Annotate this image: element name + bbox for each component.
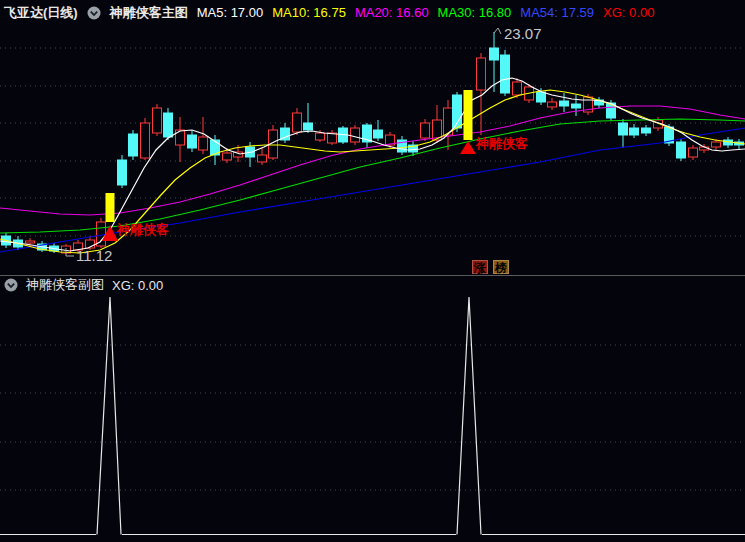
candle-body — [223, 153, 232, 160]
candle-body — [97, 222, 106, 246]
low-price-label: 11.12 — [76, 248, 112, 263]
main-chart-header: 飞亚达(日线) 神雕侠客主图 MA5: 17.00MA10: 16.75MA20… — [0, 0, 745, 25]
ma-value-ma10: MA10: 16.75 — [272, 5, 346, 20]
sub-indicator-name: 神雕侠客副图 — [26, 276, 104, 294]
xg-spike — [457, 297, 481, 535]
candle-body — [712, 142, 721, 147]
sub-indicator-value: XG: 0.00 — [112, 278, 163, 293]
candle-body — [689, 148, 698, 157]
candle-body — [630, 128, 639, 135]
candle-body — [351, 128, 360, 142]
signal-highlight-bar — [106, 193, 115, 222]
candle-body — [164, 113, 173, 137]
xg-spike — [97, 297, 121, 535]
candle-body — [548, 102, 557, 107]
candle-body — [501, 55, 510, 93]
candle-body — [560, 101, 569, 106]
candle-body — [572, 104, 581, 108]
ma-value-ma30: MA30: 16.80 — [438, 5, 512, 20]
ma-value-xg: XG: 0.00 — [603, 5, 654, 20]
candle-body — [293, 113, 302, 132]
candle-body — [153, 108, 162, 133]
buy-signal-label: 神雕侠客 — [117, 223, 169, 236]
ma-value-ma54: MA54: 17.59 — [520, 5, 594, 20]
candle-body — [421, 123, 430, 138]
rank-badge-榜[interactable]: 榜 — [493, 260, 509, 274]
rank-badge-涨[interactable]: 涨 — [472, 260, 488, 274]
signal-highlight-bar — [464, 90, 473, 140]
peak-price-label: 23.07 — [504, 26, 542, 41]
sub-chart-header: 神雕侠客副图 XG: 0.00 — [0, 276, 745, 294]
stock-chart-app: 飞亚达(日线) 神雕侠客主图 MA5: 17.00MA10: 16.75MA20… — [0, 0, 745, 542]
candle-body — [537, 92, 546, 102]
price-leader-line — [494, 28, 501, 34]
candle-body — [619, 123, 628, 135]
indicator-collapse-icon[interactable] — [87, 6, 101, 20]
sub-indicator-collapse-icon[interactable] — [4, 278, 18, 292]
candle-body — [374, 130, 383, 138]
candle-body — [129, 134, 138, 156]
candle-body — [304, 123, 313, 130]
candle-body — [118, 160, 127, 185]
ma-values-row: MA5: 17.00MA10: 16.75MA20: 16.60MA30: 16… — [197, 5, 655, 20]
candle-body — [141, 123, 150, 158]
chart-canvas[interactable] — [0, 0, 745, 542]
stock-name: 飞亚达(日线) — [4, 4, 78, 22]
ma-value-ma5: MA5: 17.00 — [197, 5, 264, 20]
buy-signal-label: 神雕侠客 — [476, 137, 528, 150]
candle-body — [490, 48, 499, 60]
candle-body — [26, 241, 35, 243]
main-indicator-name: 神雕侠客主图 — [110, 4, 188, 22]
candle-body — [513, 82, 522, 95]
candle-body — [477, 58, 486, 90]
candle-body — [642, 128, 651, 133]
candle-body — [188, 135, 197, 148]
candle-body — [258, 155, 267, 162]
candle-body — [316, 133, 325, 140]
ma-value-ma20: MA20: 16.60 — [355, 5, 429, 20]
candle-body — [677, 142, 686, 158]
candle-body — [199, 137, 208, 150]
